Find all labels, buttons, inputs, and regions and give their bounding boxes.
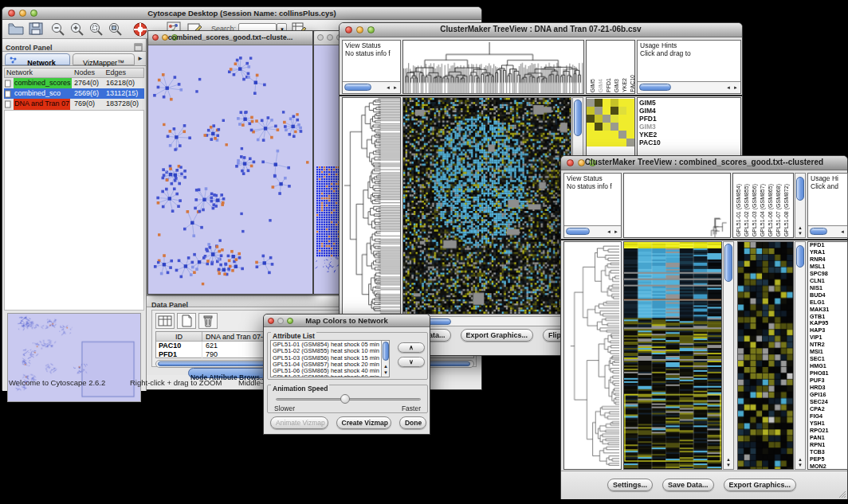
matrix-cell[interactable] xyxy=(610,131,618,139)
scroll-up-icon[interactable]: ▲ xyxy=(726,457,731,462)
resize-grip[interactable] xyxy=(837,489,846,498)
matrix-cell[interactable] xyxy=(626,139,634,147)
matrix-cell[interactable] xyxy=(618,115,626,123)
matrix-cell[interactable] xyxy=(595,115,603,123)
gene-label[interactable]: PAC10 xyxy=(639,139,740,147)
scroll-down-icon[interactable]: ▼ xyxy=(798,463,803,467)
network-row[interactable]: DNA and Tran 07 769(0) 183728(0) xyxy=(4,99,144,109)
gene-label[interactable]: GIM4 xyxy=(639,107,740,115)
dialog-button[interactable]: Create Vizmap xyxy=(336,416,391,429)
column-label[interactable]: GPL51-08 (GSM872) xyxy=(783,184,790,236)
network-row[interactable]: combined_sco 2569(6) 13112(15) xyxy=(4,88,144,99)
matrix-cell[interactable] xyxy=(626,131,634,139)
tab-overflow-icon[interactable]: ► xyxy=(137,55,143,62)
matrix-cell[interactable] xyxy=(603,131,610,139)
matrix-cell[interactable] xyxy=(595,99,603,107)
new-attribute-button[interactable] xyxy=(177,313,196,329)
matrix-cell[interactable] xyxy=(603,139,610,147)
matrix-cell[interactable] xyxy=(595,123,603,131)
tv2-status-hscrollbar[interactable]: ◄ ► xyxy=(564,225,621,237)
matrix-cell[interactable] xyxy=(603,107,610,115)
treeview-button[interactable]: Settings... xyxy=(607,479,653,491)
scroll-left-icon[interactable]: ◄ xyxy=(386,84,391,92)
gene-label[interactable]: GIM5 xyxy=(639,99,740,107)
matrix-cell[interactable] xyxy=(618,107,626,115)
tv2-heatmap-vscrollbar[interactable]: ▲ ▼ xyxy=(723,241,734,470)
matrix-cell[interactable] xyxy=(626,123,634,131)
scroll-right-icon[interactable]: ► xyxy=(614,228,618,236)
scroll-right-icon[interactable]: ► xyxy=(733,84,738,92)
column-label[interactable]: GIM3 xyxy=(613,79,620,92)
gene-label[interactable]: PFD1 xyxy=(639,115,740,123)
node-attribute-browser-tab[interactable]: Node Attribute Brows... xyxy=(188,368,268,378)
zoom-in-icon[interactable] xyxy=(69,21,88,37)
column-label[interactable]: GPL51-06 (GSM865) xyxy=(767,184,774,236)
column-label[interactable]: GPL51-01 (GSM854) xyxy=(735,184,742,236)
matrix-cell[interactable] xyxy=(610,139,618,147)
matrix-cell[interactable] xyxy=(603,123,610,131)
select-attributes-button[interactable] xyxy=(155,313,175,329)
tv2-row-dendrogram[interactable] xyxy=(563,241,622,470)
tv2-column-dendrogram[interactable] xyxy=(623,173,731,238)
tv2-zoom-heatmap[interactable] xyxy=(737,241,794,470)
matrix-cell[interactable] xyxy=(595,139,603,147)
tv1-status-hscrollbar[interactable]: ◄ ► xyxy=(343,81,400,93)
column-label[interactable]: GPL51-07 (GSM868) xyxy=(775,184,782,236)
save-button[interactable] xyxy=(28,21,47,37)
scroll-left-icon[interactable]: ◄ xyxy=(840,228,845,236)
gene-label[interactable]: MON2 xyxy=(810,463,847,470)
column-label[interactable]: YKE2 xyxy=(621,78,628,92)
matrix-cell[interactable] xyxy=(587,115,595,123)
zoom-out-icon[interactable] xyxy=(50,21,69,37)
matrix-cell[interactable] xyxy=(610,115,618,123)
column-label[interactable]: GPL51-03 (GSM856) xyxy=(751,184,758,236)
delete-attribute-button[interactable] xyxy=(198,313,218,329)
attribute-list-vscrollbar[interactable]: ▲ ▼ xyxy=(381,341,389,377)
scroll-down-icon[interactable]: ▼ xyxy=(726,463,731,467)
matrix-cell[interactable] xyxy=(610,107,618,115)
network-canvas[interactable] xyxy=(148,45,312,294)
matrix-cell[interactable] xyxy=(603,99,610,107)
matrix-cell[interactable] xyxy=(595,107,603,115)
matrix-cell[interactable] xyxy=(603,115,610,123)
network-row[interactable]: combined_scores 2764(0) 16218(0) xyxy=(4,78,144,88)
matrix-cell[interactable] xyxy=(587,107,595,115)
zoom-fit-icon[interactable] xyxy=(108,21,127,37)
move-up-button[interactable]: ∧ xyxy=(398,342,425,353)
scroll-left-icon[interactable]: ◄ xyxy=(607,228,611,236)
tv2-collabel-vscrollbar[interactable]: ▲ ▼ xyxy=(795,173,806,238)
dialog-titlebar[interactable]: Map Colors to Network xyxy=(264,315,430,327)
gene-label[interactable]: GIM3 xyxy=(639,123,740,131)
matrix-cell[interactable] xyxy=(587,139,595,147)
matrix-cell[interactable] xyxy=(618,99,626,107)
column-label[interactable]: GPL51-04 (GSM857) xyxy=(759,184,766,236)
matrix-cell[interactable] xyxy=(610,99,618,107)
tv2-zoom-vscrollbar[interactable]: ▲ ▼ xyxy=(795,241,806,470)
treeview-button[interactable]: Save Data... xyxy=(662,479,714,491)
speed-slider-thumb[interactable] xyxy=(340,394,350,404)
treeview2-titlebar[interactable]: ClusterMaker TreeView : combined_scores_… xyxy=(561,156,847,170)
matrix-cell[interactable] xyxy=(618,131,626,139)
treeview-button[interactable]: Export Graphics... xyxy=(461,329,534,342)
tv1-column-dendrogram[interactable] xyxy=(402,40,584,94)
matrix-cell[interactable] xyxy=(618,123,626,131)
dialog-button[interactable]: Done xyxy=(399,416,426,429)
dialog-button[interactable]: Animate Vizmap xyxy=(270,416,328,429)
minimize-button[interactable] xyxy=(327,34,333,41)
column-label[interactable]: GIM4 xyxy=(597,79,604,92)
network-table-header[interactable]: Network Nodes Edges xyxy=(4,68,144,78)
matrix-cell[interactable] xyxy=(618,139,626,147)
tv1-heatmap[interactable] xyxy=(402,97,571,315)
scroll-up-icon[interactable]: ▲ xyxy=(798,225,803,230)
column-label[interactable]: PAC10 xyxy=(629,75,635,92)
open-file-button[interactable] xyxy=(7,21,26,37)
treeview-button[interactable]: Export Graphics... xyxy=(724,479,797,491)
matrix-cell[interactable] xyxy=(626,107,634,115)
matrix-cell[interactable] xyxy=(587,123,595,131)
matrix-cell[interactable] xyxy=(610,123,618,131)
treeview1-titlebar[interactable]: ClusterMaker TreeView : DNA and Tran 07-… xyxy=(340,23,742,37)
column-label[interactable]: GPL51-02 (GSM855) xyxy=(743,184,750,236)
matrix-cell[interactable] xyxy=(626,115,634,123)
tv2-heatmap[interactable] xyxy=(623,241,722,470)
tv1-correlation-matrix[interactable] xyxy=(587,99,634,147)
